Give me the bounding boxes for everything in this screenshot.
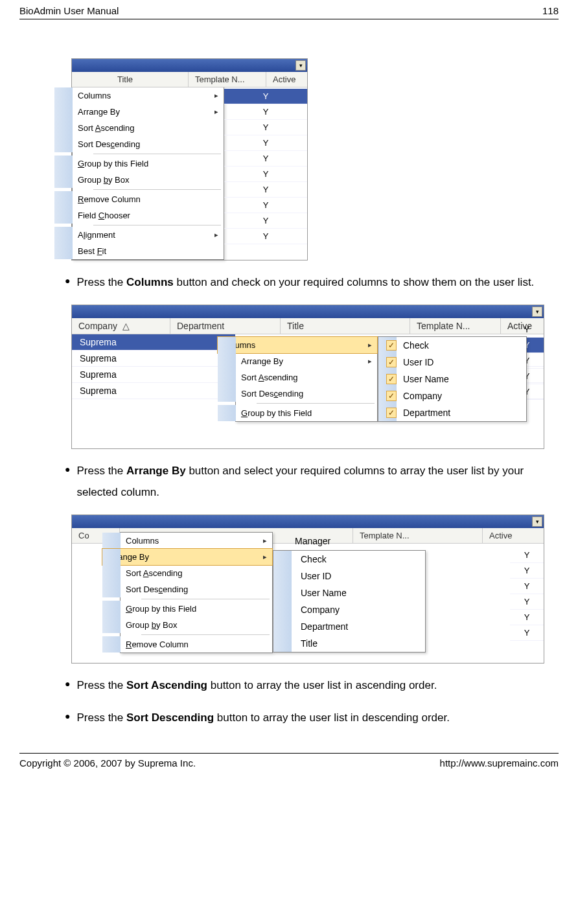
page-footer: Copyright © 2006, 2007 by Suprema Inc. h… <box>19 753 559 772</box>
list-item: Y <box>510 625 544 641</box>
menu-sort-descending[interactable]: Sort Descending <box>218 386 377 402</box>
context-menu: Columns▸ Arrange By▸ Sort Ascending Sort… <box>120 532 273 653</box>
submenu-company[interactable]: Company <box>273 601 425 618</box>
bullet-icon: ● <box>65 708 70 728</box>
menu-alignment[interactable]: Alignment▸ <box>54 227 224 243</box>
list-item: Y <box>510 563 544 579</box>
list-item[interactable]: Y <box>224 104 307 120</box>
bullet-columns: ● Press the Columns button and check on … <box>65 272 559 293</box>
menu-arrange-by[interactable]: Arrange By▸ <box>218 353 377 369</box>
menu-group-field[interactable]: Group by this Field <box>102 601 272 617</box>
submenu-company[interactable]: ✓Company <box>378 387 526 404</box>
context-menu: Columns▸ Arrange By▸ Sort Ascending Sort… <box>235 336 378 422</box>
columns-submenu: ✓Check ✓User ID ✓User Name ✓Company ✓Dep… <box>378 336 527 422</box>
arrange-by-submenu: Check User ID User Name Company Departme… <box>273 550 426 653</box>
screenshot-1: ▾ Title Template N... Active Columns▸ Ar… <box>71 58 559 260</box>
submenu-department[interactable]: ✓Department <box>378 404 526 421</box>
list-item[interactable]: Y <box>224 135 307 151</box>
bullet-icon: ● <box>65 272 70 293</box>
submenu-user-id[interactable]: User ID <box>273 568 425 584</box>
col-header-department[interactable]: Department <box>170 318 281 334</box>
chevron-right-icon: ▸ <box>214 108 218 116</box>
submenu-check[interactable]: Check <box>273 551 425 568</box>
menu-sort-descending[interactable]: Sort Descending <box>54 136 224 152</box>
grid-titlebar: ▾ <box>72 515 544 528</box>
menu-columns[interactable]: Columns▸ <box>217 336 378 354</box>
list-item[interactable]: Y <box>224 151 307 167</box>
menu-field-chooser[interactable]: Field Chooser <box>54 207 224 224</box>
submenu-user-id[interactable]: ✓User ID <box>378 354 526 371</box>
col-header-template[interactable]: Template N... <box>410 318 501 334</box>
menu-sort-ascending[interactable]: Sort Ascending <box>54 120 224 136</box>
chevron-right-icon: ▸ <box>263 553 267 561</box>
active-column-values: Y Y Y Y Y Y Y Y Y Y <box>224 87 307 260</box>
check-icon: ✓ <box>386 340 397 351</box>
submenu-user-name[interactable]: ✓User Name <box>378 371 526 387</box>
page-number: 118 <box>542 5 559 16</box>
submenu-department[interactable]: Department <box>273 618 425 635</box>
screenshot-2: ▾ Company △ Department Title Template N.… <box>71 305 559 449</box>
list-item[interactable]: Y <box>224 213 307 229</box>
check-icon: ✓ <box>386 408 397 418</box>
menu-columns[interactable]: Columns▸ <box>54 87 224 104</box>
list-item[interactable]: Y <box>224 229 307 244</box>
submenu-check[interactable]: ✓Check <box>378 337 526 354</box>
window-icon[interactable]: ▾ <box>532 516 542 527</box>
context-menu: Columns▸ Arrange By▸ Sort Ascending Sort… <box>72 87 224 260</box>
window-icon[interactable]: ▾ <box>295 60 306 71</box>
col-header-title[interactable]: Title <box>281 318 410 334</box>
list-item[interactable]: Y <box>224 198 307 213</box>
menu-remove-column[interactable]: Remove Column <box>54 191 224 207</box>
col-header-active[interactable]: Active <box>266 72 307 87</box>
col-header-title[interactable]: Title <box>111 72 189 87</box>
col-header-empty[interactable] <box>72 72 111 87</box>
window-icon[interactable]: ▾ <box>532 306 542 317</box>
menu-sort-ascending[interactable]: Sort Ascending <box>218 369 377 386</box>
bullet-arrange-by: ● Press the Arrange By button and select… <box>65 461 559 503</box>
list-item[interactable]: Y <box>224 120 307 135</box>
list-item: Y <box>510 579 544 594</box>
page-content: ▾ Title Template N... Active Columns▸ Ar… <box>19 19 559 746</box>
menu-arrange-by[interactable]: Arrange By▸ <box>102 548 273 566</box>
col-header-template[interactable]: Template N... <box>189 72 266 87</box>
menu-group-box[interactable]: Group by Box <box>102 617 272 633</box>
chevron-right-icon: ▸ <box>368 357 372 365</box>
page-header: BioAdmin User Manual 118 <box>19 0 559 19</box>
list-item[interactable]: Y <box>224 89 307 104</box>
menu-arrange-by[interactable]: Arrange By▸ <box>54 104 224 120</box>
menu-group-field[interactable]: Group by this Field <box>54 156 224 172</box>
menu-separator <box>93 189 221 190</box>
header-title: BioAdmin User Manual <box>19 5 119 16</box>
footer-copyright: Copyright © 2006, 2007 by Suprema Inc. <box>19 757 196 768</box>
list-item: Y <box>510 322 544 338</box>
check-icon: ✓ <box>386 391 397 401</box>
col-header-company[interactable]: Company △ <box>72 318 170 334</box>
menu-separator <box>141 634 270 635</box>
screenshot-3: ▾ Co Title Template N... Active Manager … <box>71 514 559 664</box>
col-header-template[interactable]: Template N... <box>353 528 483 543</box>
column-headers: Company △ Department Title Template N...… <box>72 318 544 334</box>
chevron-right-icon: ▸ <box>368 341 372 349</box>
submenu-user-name[interactable]: User Name <box>273 584 425 601</box>
menu-group-box[interactable]: Group by Box <box>54 172 224 188</box>
column-headers: Title Template N... Active <box>72 72 307 87</box>
check-icon: ✓ <box>386 357 397 367</box>
chevron-right-icon: ▸ <box>263 537 267 545</box>
list-item[interactable]: Y <box>224 182 307 198</box>
list-item[interactable]: Y <box>224 167 307 182</box>
menu-group-field[interactable]: Group by this Field <box>218 405 377 421</box>
grid-titlebar: ▾ <box>72 59 307 72</box>
submenu-title[interactable]: Title <box>273 635 425 652</box>
menu-sort-ascending[interactable]: Sort Ascending <box>102 565 272 581</box>
bullet-sort-ascending: ● Press the Sort Ascending button to arr… <box>65 675 559 696</box>
grid-titlebar: ▾ <box>72 305 544 318</box>
menu-best-fit[interactable]: Best Fit <box>54 243 224 259</box>
list-item: Y <box>510 610 544 625</box>
menu-columns[interactable]: Columns▸ <box>102 533 272 549</box>
bullet-sort-descending: ● Press the Sort Descending button to ar… <box>65 708 559 728</box>
menu-remove-column[interactable]: Remove Column <box>102 636 272 653</box>
menu-separator <box>141 599 270 599</box>
footer-url: http://www.supremainc.com <box>440 757 559 768</box>
active-column-values: . Y Y Y Y Y Y <box>510 532 544 641</box>
menu-sort-descending[interactable]: Sort Descending <box>102 581 272 597</box>
